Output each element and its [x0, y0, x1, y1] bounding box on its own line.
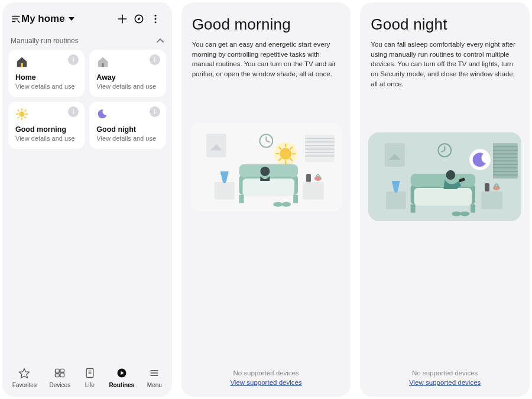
svg-rect-87 — [411, 174, 475, 187]
svg-rect-90 — [471, 205, 475, 213]
add-icon[interactable] — [114, 11, 131, 27]
routine-card-subtitle: View details and use — [15, 135, 77, 142]
chevron-down-icon — [69, 17, 74, 21]
svg-line-19 — [25, 110, 26, 111]
routine-card-title: Away — [96, 73, 158, 82]
no-supported-devices-label: No supported devices — [360, 369, 530, 377]
nav-life[interactable]: Life — [83, 366, 96, 388]
routine-card-title: Good night — [96, 125, 158, 134]
nav-devices[interactable]: Devices — [50, 366, 71, 388]
svg-point-96 — [452, 212, 462, 216]
devices-icon — [53, 366, 66, 379]
svg-rect-23 — [56, 374, 60, 377]
svg-rect-21 — [56, 369, 60, 373]
home-selector[interactable]: My home — [21, 13, 74, 25]
svg-point-7 — [154, 18, 156, 20]
svg-line-17 — [25, 117, 26, 118]
svg-point-65 — [314, 176, 322, 181]
section-header[interactable]: Manually run routines — [2, 32, 172, 50]
svg-point-39 — [280, 148, 291, 160]
routine-card-good-night[interactable]: + Good night View details and use — [89, 102, 166, 149]
svg-point-6 — [154, 15, 156, 17]
routines-list-panel: My home Manually run routines + Home Vie… — [2, 2, 172, 397]
svg-point-91 — [446, 170, 456, 180]
nav-label: Devices — [50, 382, 71, 388]
detail-title: Good morning — [192, 15, 340, 34]
svg-rect-22 — [60, 369, 64, 372]
morning-illustration — [190, 123, 343, 212]
view-supported-devices-link[interactable]: View supported devices — [409, 379, 481, 386]
add-to-card-icon[interactable]: + — [150, 106, 160, 117]
list-filter-icon[interactable] — [11, 14, 21, 24]
life-icon — [83, 366, 96, 379]
menu-icon — [148, 366, 161, 379]
svg-rect-88 — [414, 188, 472, 206]
detail-description: You can fall asleep comfortably every ni… — [371, 40, 519, 89]
explore-icon[interactable] — [131, 11, 147, 27]
star-icon — [18, 366, 31, 379]
svg-rect-24 — [60, 373, 64, 377]
svg-marker-20 — [20, 369, 30, 378]
svg-point-66 — [273, 202, 283, 206]
nav-menu[interactable]: Menu — [147, 366, 162, 388]
night-illustration — [368, 132, 521, 221]
view-supported-devices-link[interactable]: View supported devices — [230, 379, 301, 386]
svg-point-95 — [493, 186, 500, 190]
svg-rect-59 — [242, 179, 294, 196]
nav-favorites[interactable]: Favorites — [12, 366, 37, 388]
nav-label: Life — [85, 382, 95, 388]
svg-rect-64 — [306, 174, 311, 182]
chevron-up-icon — [157, 38, 164, 43]
bottom-nav: Favorites Devices Life Routines Menu — [2, 361, 172, 397]
svg-point-97 — [460, 212, 470, 216]
routine-card-title: Good morning — [15, 125, 77, 134]
routine-cards-grid: + Home View details and use + Away View … — [2, 50, 172, 149]
detail-description: You can get an easy and energetic start … — [192, 40, 340, 79]
routine-card-title: Home — [15, 73, 77, 82]
svg-rect-9 — [21, 63, 23, 67]
svg-rect-60 — [239, 194, 244, 203]
good-morning-detail-panel: Good morning You can get an easy and ene… — [181, 2, 351, 397]
detail-footer: No supported devices View supported devi… — [181, 366, 351, 397]
more-icon[interactable] — [147, 11, 164, 27]
svg-rect-85 — [395, 189, 397, 193]
svg-rect-93 — [481, 192, 502, 209]
svg-rect-84 — [386, 192, 406, 209]
no-supported-devices-label: No supported devices — [181, 369, 351, 377]
nav-label: Routines — [109, 382, 134, 388]
detail-footer: No supported devices View supported devi… — [360, 366, 530, 397]
home-selector-label: My home — [21, 13, 65, 25]
panel1-header: My home — [2, 2, 172, 32]
nav-label: Favorites — [12, 382, 37, 388]
svg-line-16 — [18, 110, 19, 111]
routine-card-away[interactable]: + Away View details and use — [89, 50, 166, 97]
add-to-card-icon[interactable]: + — [150, 54, 160, 65]
svg-rect-55 — [214, 182, 234, 200]
routines-icon — [115, 366, 128, 379]
svg-point-62 — [260, 167, 270, 176]
svg-rect-61 — [293, 194, 298, 203]
detail-title: Good night — [371, 15, 519, 34]
routine-card-subtitle: View details and use — [96, 83, 158, 90]
svg-point-8 — [154, 21, 156, 23]
section-header-label: Manually run routines — [11, 37, 79, 45]
svg-line-18 — [18, 117, 19, 118]
routine-card-subtitle: View details and use — [96, 135, 158, 142]
routine-card-subtitle: View details and use — [15, 83, 77, 90]
routine-card-home[interactable]: + Home View details and use — [8, 50, 85, 97]
good-night-detail-panel: Good night You can fall asleep comfortab… — [360, 2, 530, 397]
svg-point-11 — [19, 111, 24, 116]
svg-rect-56 — [223, 180, 225, 183]
svg-rect-63 — [303, 182, 324, 200]
svg-rect-10 — [102, 63, 104, 67]
svg-rect-89 — [411, 205, 416, 213]
svg-point-67 — [281, 202, 291, 206]
routine-card-good-morning[interactable]: + Good morning View details and use — [8, 102, 85, 149]
nav-label: Menu — [147, 382, 162, 388]
nav-routines[interactable]: Routines — [109, 366, 134, 388]
svg-rect-94 — [485, 183, 489, 192]
